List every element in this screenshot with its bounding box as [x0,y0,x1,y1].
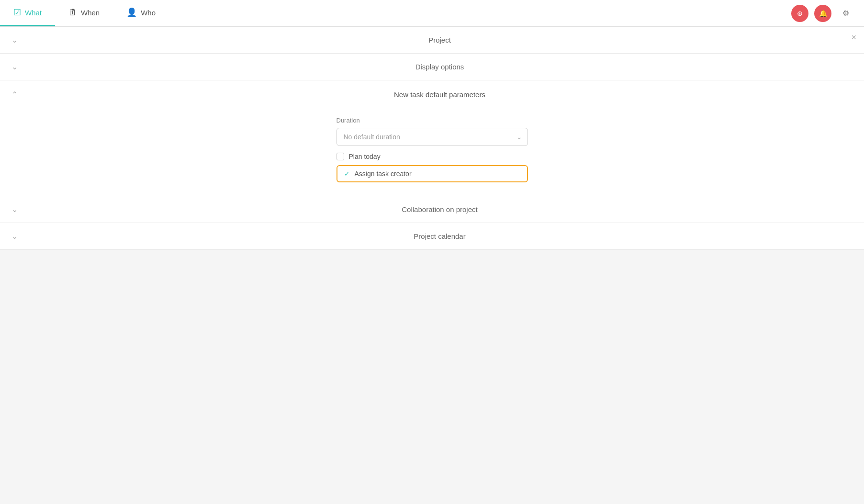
tab-who-label: Who [141,9,156,17]
new-task-default-header[interactable]: ⌃ New task default parameters [0,90,864,107]
settings-icon: ⚙ [842,9,849,18]
assign-creator-check-icon: ✓ [344,170,350,178]
tab-what[interactable]: ☑ What [0,0,55,26]
assign-creator-row[interactable]: ✓ Assign task creator [337,165,528,182]
new-task-body: Duration No default duration 15 minutes … [0,117,864,182]
duration-select-wrapper: No default duration 15 minutes 30 minute… [337,128,528,146]
new-task-section-title: New task default parameters [25,90,854,99]
tab-when-label: When [81,9,100,17]
assign-creator-label: Assign task creator [355,170,412,178]
display-options-chevron-icon: ⌄ [10,62,19,71]
project-calendar-section-title: Project calendar [25,232,854,240]
when-icon: 🗓 [68,8,77,18]
collaboration-chevron-icon: ⌄ [10,205,19,214]
filter-icon: ⊛ [797,10,803,17]
tab-what-label: What [25,9,42,17]
duration-label: Duration [337,117,528,124]
section-collaboration[interactable]: ⌄ Collaboration on project [0,196,864,223]
nav-right: ⊛ 🔔 ⚙ [791,0,864,26]
notification-icon: 🔔 [819,10,827,17]
duration-select[interactable]: No default duration 15 minutes 30 minute… [337,128,528,146]
new-task-chevron-icon: ⌃ [10,90,19,99]
section-project[interactable]: ⌄ Project [0,27,864,54]
who-icon: 👤 [126,7,137,18]
section-project-calendar[interactable]: ⌄ Project calendar [0,223,864,250]
plan-today-label: Plan today [349,153,381,160]
settings-button[interactable]: ⚙ [837,5,854,22]
what-icon: ☑ [13,7,21,18]
collaboration-section-title: Collaboration on project [25,205,854,213]
tab-who[interactable]: 👤 Who [113,0,169,26]
tab-when[interactable]: 🗓 When [55,0,113,26]
duration-field-group: Duration No default duration 15 minutes … [337,117,528,146]
notification-button[interactable]: 🔔 [814,5,831,22]
close-button[interactable]: × [851,33,856,43]
display-options-section-title: Display options [25,63,854,71]
section-new-task-default: ⌃ New task default parameters Duration N… [0,80,864,196]
plan-today-checkbox[interactable] [337,153,344,160]
section-display-options[interactable]: ⌄ Display options [0,54,864,80]
project-calendar-chevron-icon: ⌄ [10,232,19,241]
project-chevron-icon: ⌄ [10,35,19,45]
top-nav: ☑ What 🗓 When 👤 Who ⊛ 🔔 ⚙ [0,0,864,27]
filter-button[interactable]: ⊛ [791,5,808,22]
plan-today-row[interactable]: Plan today [337,153,528,160]
project-section-title: Project [25,36,854,44]
main-content: × ⌄ Project ⌄ Display options ⌃ New task… [0,27,864,250]
